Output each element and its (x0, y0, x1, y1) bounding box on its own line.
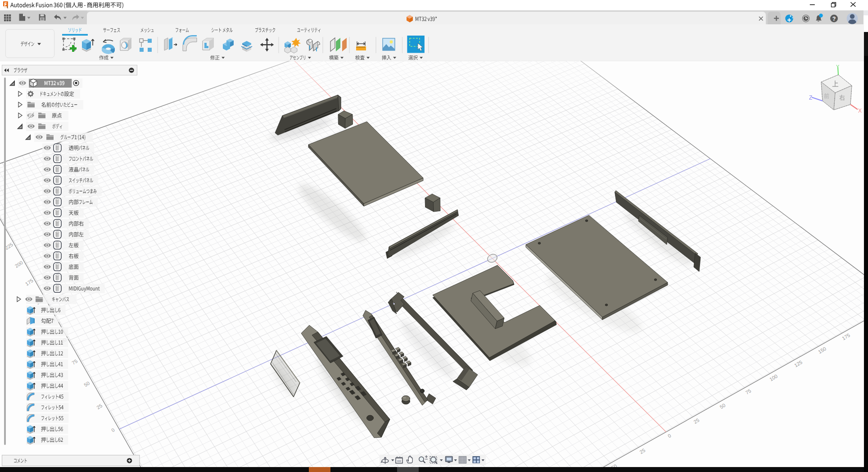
svg-text:25: 25 (639, 447, 646, 455)
svg-text:50: 50 (610, 463, 618, 467)
svg-text:25: 25 (95, 403, 103, 410)
svg-text:75: 75 (71, 358, 78, 366)
svg-text:50: 50 (719, 402, 727, 410)
svg-text:175: 175 (841, 332, 851, 341)
svg-text:0: 0 (667, 433, 672, 439)
svg-text:Z: Z (809, 95, 812, 101)
svg-text:125: 125 (793, 359, 803, 368)
svg-text:50: 50 (83, 380, 90, 388)
svg-text:175: 175 (24, 278, 34, 287)
svg-text:0: 0 (110, 427, 116, 433)
svg-text:200: 200 (14, 260, 24, 269)
svg-text:25: 25 (693, 417, 701, 425)
svg-text:360: 360 (4, 6, 8, 9)
svg-text:100: 100 (769, 373, 778, 382)
svg-text:Y: Y (836, 64, 840, 69)
svg-text:75: 75 (745, 388, 752, 395)
svg-text:X: X (858, 108, 862, 114)
svg-text:150: 150 (817, 346, 827, 355)
